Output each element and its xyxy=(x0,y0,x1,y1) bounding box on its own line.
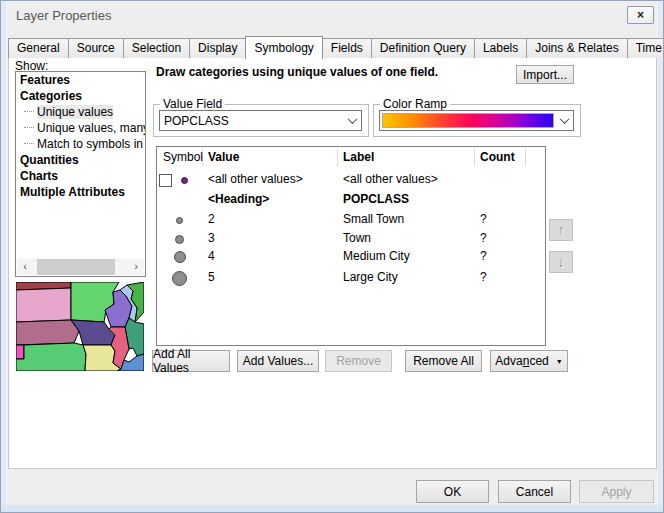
column-header-symbol[interactable]: Symbol xyxy=(163,150,203,164)
tree-item-unique-values-many[interactable]: Unique values, many xyxy=(16,120,145,136)
column-header-label[interactable]: Label xyxy=(343,150,374,164)
ok-button[interactable]: OK xyxy=(416,480,489,503)
table-row-heading[interactable]: <Heading> POPCLASS xyxy=(157,191,545,209)
apply-button[interactable]: Apply xyxy=(579,480,654,503)
color-ramp-groupbox: Color Ramp xyxy=(373,104,581,137)
layer-properties-dialog: Layer Properties × General Source Select… xyxy=(0,0,664,513)
category-symbol-dot[interactable] xyxy=(181,177,188,184)
add-values-button[interactable]: Add Values... xyxy=(237,350,319,372)
tab-labels[interactable]: Labels xyxy=(474,38,527,58)
categories-table: Symbol Value Label Count <all other valu… xyxy=(156,146,546,346)
table-row-small-town[interactable]: 2 Small Town ? xyxy=(157,211,545,229)
dialog-left-border xyxy=(1,1,6,512)
row-label: Town xyxy=(343,230,371,247)
tree-item-unique-values[interactable]: Unique values xyxy=(16,104,145,120)
tab-display[interactable]: Display xyxy=(189,38,246,58)
titlebar[interactable]: Layer Properties xyxy=(6,1,658,31)
column-header-value[interactable]: Value xyxy=(208,150,239,164)
column-separator xyxy=(474,149,475,166)
category-symbol-dot[interactable] xyxy=(174,251,186,263)
table-row-all-other-values[interactable]: <all other values> <all other values> xyxy=(157,171,545,189)
tree-item-features[interactable]: Features xyxy=(16,72,145,88)
tree-connector xyxy=(24,143,34,144)
value-field-groupbox: Value Field POPCLASS xyxy=(153,104,369,137)
remove-button[interactable]: Remove xyxy=(325,350,392,372)
add-all-values-button[interactable]: Add All Values xyxy=(152,350,230,372)
row-count: ? xyxy=(480,269,487,286)
symbology-tab-page: Show: Features Categories Unique values … xyxy=(8,57,657,469)
category-symbol-dot[interactable] xyxy=(172,271,187,286)
tab-general[interactable]: General xyxy=(8,38,69,58)
import-button[interactable]: Import... xyxy=(516,65,574,84)
row-count: ? xyxy=(480,211,487,228)
row-value: 3 xyxy=(208,230,215,247)
tree-horizontal-scrollbar[interactable]: ‹ › xyxy=(17,259,144,275)
color-ramp-combobox[interactable] xyxy=(379,110,574,131)
value-field-label: Value Field xyxy=(160,97,225,111)
move-down-icon: ↓ xyxy=(558,254,565,270)
tree-item-quantities[interactable]: Quantities xyxy=(16,152,145,168)
chevron-down-icon[interactable] xyxy=(555,117,573,124)
row-label: Medium City xyxy=(343,248,410,265)
dialog-right-border xyxy=(658,1,663,512)
row-label: Large City xyxy=(343,269,398,286)
tab-fields[interactable]: Fields xyxy=(322,38,372,58)
tab-selection[interactable]: Selection xyxy=(123,38,190,58)
tab-symbology[interactable]: Symbology xyxy=(245,36,322,59)
close-icon: × xyxy=(637,8,644,22)
category-symbol-dot[interactable] xyxy=(175,235,184,244)
row-count: ? xyxy=(480,248,487,265)
symbology-map-preview xyxy=(16,282,144,371)
show-tree-list: Features Categories Unique values Unique… xyxy=(15,71,146,277)
row-count: ? xyxy=(480,230,487,247)
row-value: 5 xyxy=(208,269,215,286)
tab-joins-relates[interactable]: Joins & Relates xyxy=(526,38,627,58)
tree-connector xyxy=(24,111,34,112)
scroll-left-icon[interactable]: ‹ xyxy=(17,259,33,275)
color-ramp-gradient xyxy=(382,113,554,128)
tree-connector xyxy=(24,127,34,128)
dialog-bottom-border xyxy=(1,505,663,512)
tab-definition-query[interactable]: Definition Query xyxy=(371,38,475,58)
color-ramp-label: Color Ramp xyxy=(380,97,450,111)
move-up-button[interactable]: ↑ xyxy=(549,219,573,241)
row-label: Small Town xyxy=(343,211,404,228)
move-down-button[interactable]: ↓ xyxy=(549,251,573,273)
scrollbar-thumb[interactable] xyxy=(37,259,115,275)
dropdown-arrow-icon: ▼ xyxy=(556,358,563,365)
row-value: <all other values> xyxy=(208,171,303,188)
tab-strip: General Source Selection Display Symbolo… xyxy=(8,36,664,58)
tree-item-multiple-attributes[interactable]: Multiple Attributes xyxy=(16,184,145,200)
column-header-count[interactable]: Count xyxy=(480,150,515,164)
cancel-button[interactable]: Cancel xyxy=(498,480,571,503)
advanced-button[interactable]: Advanced ▼ xyxy=(490,350,568,372)
table-row-medium-city[interactable]: 4 Medium City ? xyxy=(157,248,545,266)
column-separator xyxy=(525,149,526,166)
chevron-down-icon[interactable] xyxy=(343,117,361,124)
value-field-combobox[interactable]: POPCLASS xyxy=(159,110,362,131)
category-symbol-dot[interactable] xyxy=(176,217,183,224)
row-label: POPCLASS xyxy=(343,191,409,208)
table-row-town[interactable]: 3 Town ? xyxy=(157,230,545,248)
scroll-right-icon[interactable]: › xyxy=(128,259,144,275)
tree-item-categories[interactable]: Categories xyxy=(16,88,145,104)
map-preview-svg xyxy=(16,282,144,371)
close-button[interactable]: × xyxy=(627,6,654,24)
tree-item-charts[interactable]: Charts xyxy=(16,168,145,184)
row-value: 2 xyxy=(208,211,215,228)
tab-time[interactable]: Time xyxy=(627,38,664,58)
remove-all-button[interactable]: Remove All xyxy=(405,350,482,372)
row-value: 4 xyxy=(208,248,215,265)
row-value: <Heading> xyxy=(208,191,269,208)
all-other-values-checkbox[interactable] xyxy=(159,174,172,187)
draw-method-description: Draw categories using unique values of o… xyxy=(156,65,438,79)
column-separator xyxy=(337,149,338,166)
window-title: Layer Properties xyxy=(16,8,111,23)
move-up-icon: ↑ xyxy=(558,222,565,238)
tree-item-match-to-symbols[interactable]: Match to symbols in a xyxy=(16,136,145,152)
value-field-selected: POPCLASS xyxy=(160,114,343,128)
table-row-large-city[interactable]: 5 Large City ? xyxy=(157,267,545,289)
row-label: <all other values> xyxy=(343,171,438,188)
tab-source[interactable]: Source xyxy=(68,38,124,58)
